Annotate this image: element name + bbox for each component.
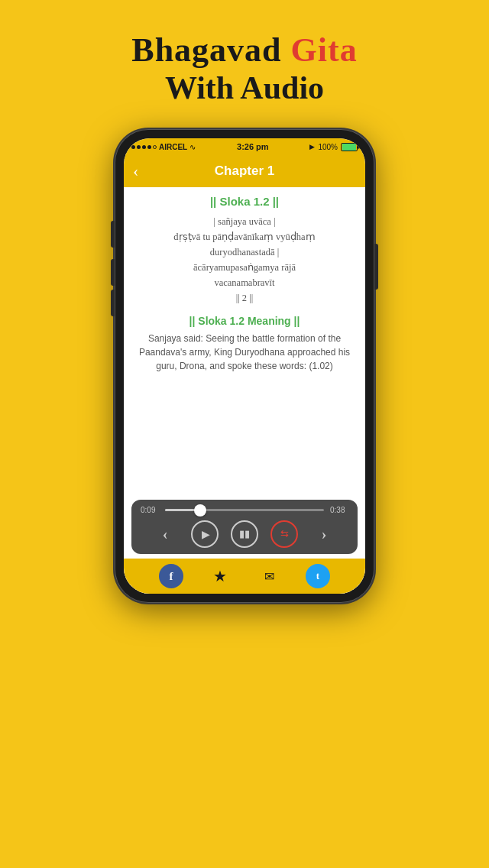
next-button[interactable]: › (310, 520, 338, 548)
app-title-area: Bhagavad Gita With Audio (0, 0, 489, 121)
sloka-meaning-text: Sanjaya said: Seeing the battle formatio… (134, 332, 355, 373)
mail-icon: ✉ (264, 569, 274, 584)
bottom-bar: f ★ ✉ t (124, 559, 365, 594)
dot4 (147, 145, 151, 149)
wifi-icon: ∿ (189, 143, 196, 151)
carrier-text: AIRCEL (159, 143, 187, 151)
prev-button[interactable]: ‹ (151, 520, 179, 548)
sloka-line1: | sañjaya uvāca | (134, 214, 355, 229)
dot2 (137, 145, 141, 149)
play-button[interactable]: ▶ (191, 520, 219, 548)
nav-bar: ‹ Chapter 1 (124, 155, 365, 187)
shuffle-button[interactable]: ⇆ (270, 520, 298, 548)
dot5 (153, 145, 157, 149)
prev-icon: ‹ (163, 526, 168, 543)
nav-title: Chapter 1 (215, 164, 274, 179)
app-background: Bhagavad Gita With Audio A (0, 0, 489, 868)
favorite-button[interactable]: ★ (206, 562, 234, 590)
twitter-label: t (316, 570, 319, 582)
facebook-icon: f (159, 564, 183, 588)
app-title-line2: With Audio (0, 70, 489, 106)
sloka-line5: vacanamabravīt (134, 275, 355, 290)
status-right: ▶ 100% (309, 143, 358, 151)
progress-bar-row: 0:09 0:38 (141, 506, 348, 514)
progress-track[interactable] (165, 509, 324, 511)
total-time: 0:38 (330, 506, 348, 514)
phone-wrapper: AIRCEL ∿ 3:26 pm ▶ 100% ‹ Chapte (0, 121, 489, 603)
status-time: 3:26 pm (237, 142, 269, 151)
content-area: || Sloka 1.2 || | sañjaya uvāca | dṛṣṭvā… (124, 187, 365, 594)
sloka-text: | sañjaya uvāca | dṛṣṭvā tu pāṇḍavānīkaṃ… (134, 214, 355, 306)
facebook-button[interactable]: f (157, 562, 185, 590)
play-icon: ▶ (202, 528, 210, 541)
dot3 (142, 145, 146, 149)
app-title-line1: Bhagavad Gita (0, 31, 489, 70)
controls-row: ‹ ▶ ▮▮ ⇆ › (141, 520, 348, 548)
pause-button[interactable]: ▮▮ (231, 520, 258, 548)
shuffle-icon: ⇆ (280, 528, 289, 540)
title-gita: Gita (291, 31, 358, 69)
pause-icon: ▮▮ (239, 528, 250, 540)
signal-dots (131, 145, 157, 149)
sloka-header: || Sloka 1.2 || (134, 195, 355, 208)
battery-fill (342, 144, 356, 151)
dot1 (131, 145, 135, 149)
back-button[interactable]: ‹ (133, 161, 138, 181)
sloka-line2: dṛṣṭvā tu pāṇḍavānīkaṃ vyūḍhaṃ (134, 229, 355, 245)
phone-device: AIRCEL ∿ 3:26 pm ▶ 100% ‹ Chapte (115, 129, 374, 603)
twitter-icon: t (306, 564, 330, 588)
scroll-content: || Sloka 1.2 || | sañjaya uvāca | dṛṣṭvā… (124, 187, 365, 495)
progress-thumb[interactable] (194, 504, 206, 517)
battery-indicator (341, 143, 358, 151)
phone-screen: AIRCEL ∿ 3:26 pm ▶ 100% ‹ Chapte (124, 138, 365, 594)
next-icon: › (322, 526, 327, 543)
battery-text: 100% (318, 143, 338, 151)
status-left: AIRCEL ∿ (131, 143, 196, 151)
share-button[interactable]: ✉ (255, 562, 283, 590)
audio-player: 0:09 0:38 ‹ ▶ (131, 500, 358, 554)
sloka-line3: duryodhanastadā | (134, 245, 355, 260)
sloka-line6: || 2 || (134, 290, 355, 306)
star-icon: ★ (213, 567, 227, 585)
location-icon: ▶ (309, 143, 315, 151)
sloka-line4: ācāryamupasaṅgamya rājā (134, 260, 355, 275)
facebook-label: f (170, 570, 173, 583)
status-bar: AIRCEL ∿ 3:26 pm ▶ 100% (124, 138, 365, 155)
twitter-button[interactable]: t (304, 562, 332, 590)
sloka-meaning-header: || Sloka 1.2 Meaning || (134, 315, 355, 327)
title-text-part1: Bhagavad (131, 31, 290, 69)
current-time: 0:09 (141, 506, 159, 514)
